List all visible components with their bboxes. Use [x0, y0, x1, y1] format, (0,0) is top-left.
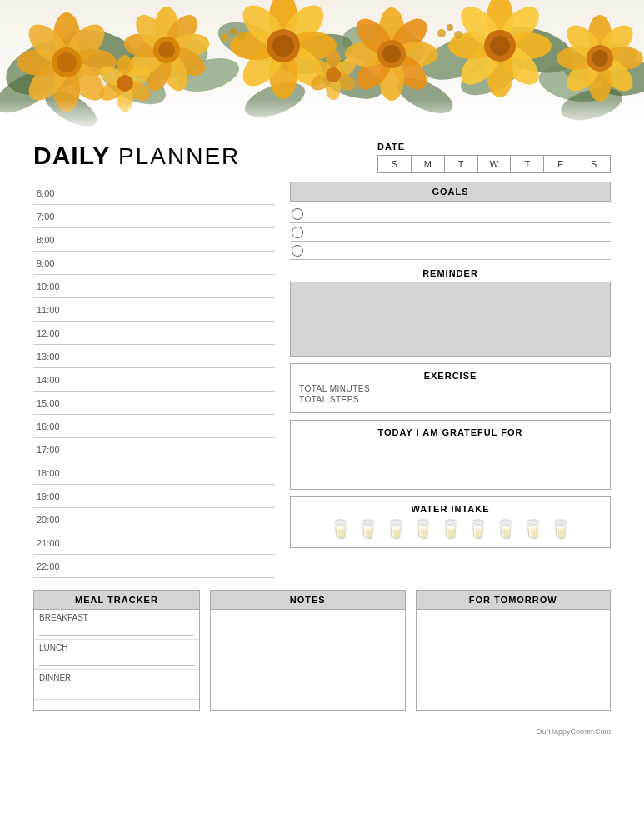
time-label: 17:00	[33, 445, 68, 455]
tomorrow-content	[417, 610, 611, 710]
svg-point-29	[57, 52, 77, 72]
time-slot-1000: 10:00	[33, 275, 275, 298]
goal-item-3	[290, 242, 611, 260]
time-label: 9:00	[33, 258, 68, 268]
water-cup-3: 🥛	[384, 519, 407, 541]
water-title: WATER INTAKE	[299, 504, 602, 514]
time-slot-1600: 16:00	[33, 415, 275, 438]
time-slot-600: 6:00	[33, 182, 275, 205]
water-box: WATER INTAKE 🥛🥛🥛🥛🥛🥛🥛🥛🥛	[290, 496, 611, 548]
time-label: 15:00	[33, 398, 68, 408]
svg-point-70	[490, 36, 510, 56]
time-label: 6:00	[33, 188, 68, 198]
meal-lunch: LUNCH	[34, 640, 199, 670]
water-cup-9: 🥛	[549, 519, 572, 541]
svg-point-99	[447, 24, 453, 31]
time-slot-1100: 11:00	[33, 298, 275, 322]
grateful-title: TODAY I AM GRATEFUL FOR	[299, 427, 602, 437]
exercise-total-steps: TOTAL STEPS	[299, 395, 602, 404]
time-slot-900: 9:00	[33, 252, 275, 275]
right-column: GOALS REMINDER EXERCIS	[290, 182, 611, 548]
planner-title: DAILY PLANNER	[33, 142, 240, 170]
svg-rect-101	[0, 100, 644, 133]
time-label: 13:00	[33, 352, 68, 362]
time-slot-1700: 17:00	[33, 438, 275, 461]
svg-point-98	[437, 29, 446, 37]
time-slot-800: 8:00	[33, 228, 275, 252]
water-cup-2: 🥛	[357, 519, 379, 541]
water-cup-8: 🥛	[522, 519, 544, 541]
main-layout: 6:007:008:009:0010:0011:0012:0013:0014:0…	[33, 182, 611, 578]
svg-point-50	[272, 35, 294, 57]
svg-point-87	[117, 75, 133, 92]
time-label: 21:00	[33, 538, 68, 548]
time-slot-1200: 12:00	[33, 322, 275, 345]
time-slot-1900: 19:00	[33, 485, 275, 508]
goal-item-2	[290, 223, 611, 242]
day-cell-t: T	[445, 156, 478, 172]
meal-dinner: DINNER	[34, 670, 199, 700]
water-cup-4: 🥛	[412, 519, 434, 541]
meal-tracker-box: MEAL TRACKER BREAKFAST LUNCH DINNER	[33, 590, 200, 711]
svg-point-40	[158, 42, 175, 58]
floral-header	[0, 0, 644, 133]
svg-point-60	[382, 45, 401, 63]
bottom-row: MEAL TRACKER BREAKFAST LUNCH DINNER NOTE…	[33, 590, 611, 711]
time-label: 18:00	[33, 468, 68, 478]
goal-item-1	[290, 205, 611, 223]
svg-point-97	[237, 32, 246, 40]
grateful-box: TODAY I AM GRATEFUL FOR	[290, 420, 611, 490]
notes-header: NOTES	[211, 591, 405, 610]
title-light: PLANNER	[110, 143, 240, 169]
day-cell-s: S	[577, 156, 610, 172]
time-slot-1800: 18:00	[33, 461, 275, 485]
time-slot-2200: 22:00	[33, 555, 275, 578]
svg-point-94	[326, 67, 341, 82]
time-slot-1500: 15:00	[33, 392, 275, 415]
meal-breakfast: BREAKFAST	[34, 610, 199, 640]
water-cup-7: 🥛	[494, 519, 517, 541]
reminder-box	[290, 282, 611, 357]
time-slot-1300: 13:00	[33, 345, 275, 368]
time-slot-2000: 20:00	[33, 508, 275, 531]
day-cell-s: S	[378, 156, 412, 172]
time-slot-700: 7:00	[33, 205, 275, 228]
time-slot-1400: 14:00	[33, 368, 275, 392]
tomorrow-header: FOR TOMORROW	[417, 591, 611, 610]
content-area: DAILY PLANNER DATE SMTWTFS 6:007:008:009…	[0, 133, 644, 727]
time-label: 14:00	[33, 375, 68, 385]
notes-box: NOTES	[210, 590, 406, 711]
footer-credit: OurHappyCorner.Com	[0, 727, 644, 739]
svg-point-100	[454, 31, 462, 39]
time-label: 8:00	[33, 235, 68, 245]
day-cell-t: T	[511, 156, 544, 172]
time-label: 16:00	[33, 421, 68, 431]
meal-tracker-header: MEAL TRACKER	[34, 591, 199, 610]
time-label: 19:00	[33, 491, 68, 501]
time-label: 20:00	[33, 515, 68, 525]
goal-circle-1	[292, 208, 303, 220]
water-cup-1: 🥛	[329, 519, 352, 541]
svg-point-96	[230, 28, 237, 35]
goals-list	[290, 205, 611, 260]
time-label: 10:00	[33, 282, 68, 292]
day-cell-m: M	[412, 156, 445, 172]
time-label: 22:00	[33, 561, 68, 571]
day-cell-f: F	[544, 156, 577, 172]
water-cup-5: 🥛	[439, 519, 462, 541]
goal-circle-3	[292, 245, 303, 257]
goal-circle-2	[292, 227, 303, 238]
exercise-total-minutes: TOTAL MINUTES	[299, 384, 602, 393]
grateful-content	[299, 441, 602, 482]
time-label: 7:00	[33, 212, 68, 222]
exercise-box: EXERCISE TOTAL MINUTES TOTAL STEPS	[290, 363, 611, 413]
day-row: SMTWTFS	[377, 155, 611, 173]
time-slots-column: 6:007:008:009:0010:0011:0012:0013:0014:0…	[33, 182, 275, 578]
date-label: DATE	[377, 142, 611, 152]
goals-header: GOALS	[290, 182, 611, 202]
water-cups: 🥛🥛🥛🥛🥛🥛🥛🥛🥛	[299, 519, 602, 541]
title-bold: DAILY	[33, 142, 110, 169]
svg-point-95	[221, 33, 229, 42]
water-cup-6: 🥛	[467, 519, 489, 541]
time-label: 11:00	[33, 305, 68, 315]
